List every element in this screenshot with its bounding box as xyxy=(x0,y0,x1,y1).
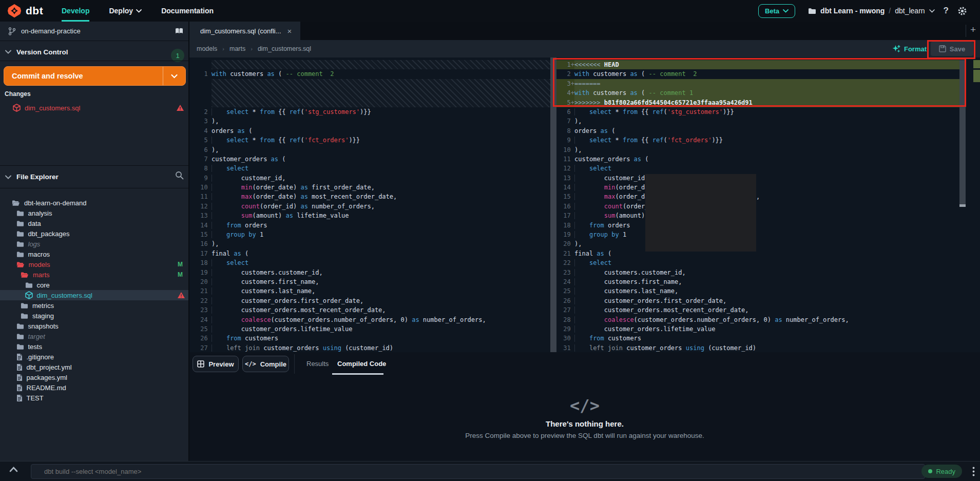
version-control-header[interactable]: Version Control xyxy=(0,43,188,61)
code-line-20[interactable]: 20 customers.first_name, xyxy=(189,277,550,286)
code-line-29[interactable]: 29 customer_orders.lifetime_value xyxy=(556,324,966,334)
code-line-13[interactable]: 13 customer_id, xyxy=(556,174,966,183)
nav-item-documentation[interactable]: Documentation xyxy=(161,0,214,22)
tree-item-macros[interactable]: macros xyxy=(0,249,188,259)
code-pane-diff[interactable]: 1+<<<<<<< HEAD2 with customers as ( -- c… xyxy=(556,60,966,352)
tree-item-target[interactable]: target xyxy=(0,331,188,341)
code-line-26[interactable]: 26 from customers xyxy=(189,334,550,343)
code-line-11[interactable]: 11 customer_orders as ( xyxy=(556,155,966,164)
code-line-24[interactable]: 24 coalesce(customer_orders.number_of_or… xyxy=(189,315,550,324)
code-line-6[interactable]: 6 ), xyxy=(189,145,550,155)
code-line-16[interactable]: 16 ), xyxy=(189,239,550,248)
account-name[interactable]: dbt Learn - mwong xyxy=(820,7,885,15)
changed-file-item[interactable]: dim_customers.sql xyxy=(0,102,188,114)
code-line-11[interactable]: 11 max(order_date) as most_recent_order_… xyxy=(189,192,550,201)
code-line-8[interactable]: 8 select xyxy=(189,164,550,173)
code-line-19[interactable]: 19 group by 1 xyxy=(556,230,966,239)
code-line-3[interactable]: 3 ), xyxy=(189,117,550,126)
breadcrumb-marts[interactable]: marts xyxy=(229,45,245,52)
code-line-12[interactable]: 12 count(order_id) as number_of_orders, xyxy=(189,202,550,211)
code-line-16[interactable]: 16 count(order_id) as number_of_orders, xyxy=(556,202,966,211)
tree-item-tests[interactable]: tests xyxy=(0,341,188,352)
code-line-24[interactable]: 24 customers.first_name, xyxy=(556,277,966,286)
tree-item-analysis[interactable]: analysis xyxy=(0,208,188,218)
dbt-logo[interactable]: dbt xyxy=(7,0,43,22)
format-button[interactable]: Format xyxy=(892,40,927,57)
commit-and-resolve-button[interactable]: Commit and resolve xyxy=(4,66,186,86)
code-line-7[interactable]: 7 customer_orders as ( xyxy=(189,155,550,164)
tree-item-readme-md[interactable]: README.md xyxy=(0,382,188,393)
code-line-8[interactable]: 8 orders as ( xyxy=(556,126,966,136)
branch-selector[interactable]: on-demand-practice xyxy=(0,22,188,41)
breadcrumb-models[interactable]: models xyxy=(197,45,217,52)
code-line-1[interactable]: 1 with customers as ( -- comment 2 xyxy=(189,69,550,79)
settings-gear-icon[interactable] xyxy=(957,6,967,16)
kebab-menu-icon[interactable] xyxy=(972,467,975,476)
code-line-12[interactable]: 12 select xyxy=(556,164,966,173)
tree-item-dbt-packages[interactable]: dbt_packages xyxy=(0,228,188,239)
tab-results[interactable]: Results xyxy=(306,352,329,375)
preview-button[interactable]: Preview xyxy=(193,356,239,372)
tree-item-staging[interactable]: staging xyxy=(0,311,188,321)
new-tab-button[interactable]: + xyxy=(970,24,976,35)
code-line-15[interactable]: 15 group by 1 xyxy=(189,230,550,239)
help-button[interactable]: ? xyxy=(944,6,949,16)
project-name[interactable]: dbt_learn xyxy=(895,7,925,15)
code-line-28[interactable]: 28 coalesce(customer_orders.number_of_or… xyxy=(556,315,966,324)
code-line-13[interactable]: 13 sum(amount) as lifetime_value xyxy=(189,211,550,220)
compile-button[interactable]: </> Compile xyxy=(242,356,289,372)
tree-item-data[interactable]: data xyxy=(0,218,188,228)
scrollbar-thumb[interactable] xyxy=(959,60,966,205)
tree-item-metrics[interactable]: metrics xyxy=(0,300,188,311)
code-line-17[interactable]: 17 final as ( xyxy=(189,249,550,258)
code-line-31[interactable]: 31 left join customer_orders using (cust… xyxy=(556,343,966,352)
split-drag-handle[interactable] xyxy=(550,57,556,352)
tree-item-test[interactable]: TEST xyxy=(0,393,188,403)
code-line-14[interactable]: 14 from orders xyxy=(189,221,550,230)
tree-item--gitignore[interactable]: .gitignore xyxy=(0,352,188,362)
code-line-10[interactable]: 10 min(order_date) as first_order_date, xyxy=(189,183,550,192)
nav-item-deploy[interactable]: Deploy xyxy=(109,0,142,22)
close-icon[interactable]: × xyxy=(287,27,292,35)
code-line-27[interactable]: 27 left join customer_orders using (cust… xyxy=(189,343,550,352)
code-line-25[interactable]: 25 customers.last_name, xyxy=(556,286,966,296)
file-explorer-header[interactable]: File Explorer xyxy=(0,166,188,188)
tab-compiled-code[interactable]: Compiled Code xyxy=(337,352,386,375)
tree-item-packages-yml[interactable]: packages.yml xyxy=(0,372,188,382)
code-line-6[interactable]: 6 select * from {{ ref('stg_customers')}… xyxy=(556,107,966,117)
code-line-4[interactable]: 4+with customers as ( -- comment 1 xyxy=(556,88,966,98)
code-line-21[interactable]: 21 customers.last_name, xyxy=(189,286,550,296)
code-line-5[interactable]: 5 select * from {{ ref('fct_orders')}} xyxy=(189,136,550,145)
code-line-1[interactable]: 1+<<<<<<< HEAD xyxy=(556,60,966,69)
code-line-17[interactable]: 17 sum(amount) as lifetime_value xyxy=(556,211,966,220)
command-input[interactable] xyxy=(31,464,925,479)
code-line-9[interactable]: 9 select * from {{ ref('fct_orders')}} xyxy=(556,136,966,145)
code-line-5[interactable]: 5+>>>>>>> b81f802a66fd544504c65721e3ffaa… xyxy=(556,98,966,107)
tab-dim-customers[interactable]: dim_customers.sql (confli... × xyxy=(189,22,300,40)
code-line-22[interactable]: 22 select xyxy=(556,258,966,267)
code-line-21[interactable]: 21 final as ( xyxy=(556,249,966,258)
code-pane-current[interactable]: 1 with customers as ( -- comment 22 sele… xyxy=(189,60,550,352)
tree-item-dbt-project-yml[interactable]: dbt_project.yml xyxy=(0,362,188,372)
code-line-18[interactable]: 18 select xyxy=(189,258,550,267)
code-line-27[interactable]: 27 customer_orders.most_recent_order_dat… xyxy=(556,305,966,315)
code-line-23[interactable]: 23 customer_orders.most_recent_order_dat… xyxy=(189,305,550,315)
beta-dropdown[interactable]: Beta xyxy=(758,4,795,18)
code-line-4[interactable]: 4 orders as ( xyxy=(189,126,550,136)
code-line-26[interactable]: 26 customer_orders.first_order_date, xyxy=(556,296,966,305)
code-line-20[interactable]: 20 ), xyxy=(556,239,966,248)
code-editor-split[interactable]: 1 with customers as ( -- comment 22 sele… xyxy=(189,57,980,352)
tree-item-marts[interactable]: martsM xyxy=(0,270,188,280)
docs-book-icon[interactable] xyxy=(175,27,184,35)
code-line-15[interactable]: 15 max(order_date) as most_recent_order_… xyxy=(556,192,966,201)
code-line-9[interactable]: 9 customer_id, xyxy=(189,174,550,183)
chevron-up-icon[interactable] xyxy=(9,467,18,472)
code-line-3[interactable]: 3+======= xyxy=(556,79,966,88)
code-line-7[interactable]: 7 ), xyxy=(556,117,966,126)
save-button[interactable]: Save xyxy=(931,42,973,56)
code-line-10[interactable]: 10 ), xyxy=(556,145,966,155)
code-line-14[interactable]: 14 min(order_date) as first_order_date, xyxy=(556,183,966,192)
code-line-23[interactable]: 23 customers.customer_id, xyxy=(556,268,966,277)
tree-item-core[interactable]: core xyxy=(0,280,188,290)
commit-dropdown-toggle[interactable] xyxy=(163,67,185,85)
